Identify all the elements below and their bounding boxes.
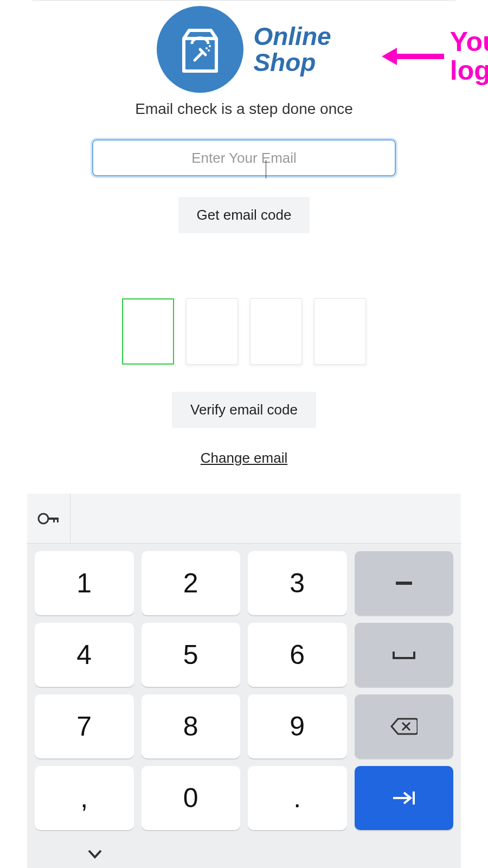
annotation-line2: logo bbox=[450, 56, 488, 85]
tab-arrow-icon bbox=[392, 790, 416, 806]
keypad-3[interactable]: 3 bbox=[248, 551, 347, 615]
change-email-link[interactable]: Change email bbox=[27, 450, 461, 467]
annotation-line1: Your bbox=[450, 28, 488, 56]
keypad-2[interactable]: 2 bbox=[142, 551, 241, 615]
keypad-dash[interactable] bbox=[355, 551, 454, 615]
keypad-4[interactable]: 4 bbox=[35, 623, 134, 687]
svg-rect-9 bbox=[396, 582, 412, 585]
svg-marker-4 bbox=[382, 48, 397, 65]
keypad-0[interactable]: 0 bbox=[142, 766, 241, 830]
code-digit-1[interactable] bbox=[122, 298, 174, 365]
code-digit-3[interactable] bbox=[250, 298, 302, 365]
logo-area: Online Shop Your logo bbox=[27, 6, 461, 93]
keypad-6[interactable]: 6 bbox=[248, 623, 347, 687]
numeric-keyboard: 1 2 3 4 5 6 7 8 9 bbox=[27, 494, 461, 868]
logo-text-line1: Online bbox=[253, 23, 331, 49]
keypad-8[interactable]: 8 bbox=[142, 694, 241, 758]
svg-rect-7 bbox=[53, 518, 55, 522]
annotation: Your logo bbox=[382, 28, 488, 85]
keypad-9[interactable]: 9 bbox=[248, 694, 347, 758]
keypad-1[interactable]: 1 bbox=[35, 551, 134, 615]
svg-rect-8 bbox=[57, 518, 59, 522]
keypad-next[interactable] bbox=[355, 766, 454, 830]
keypad-space[interactable] bbox=[355, 623, 454, 687]
svg-point-0 bbox=[206, 47, 208, 49]
top-divider bbox=[33, 0, 455, 1]
code-digit-2[interactable] bbox=[186, 298, 238, 365]
dash-icon bbox=[396, 582, 412, 585]
code-digit-4[interactable] bbox=[314, 298, 366, 365]
svg-point-5 bbox=[38, 514, 48, 524]
keypad-period[interactable]: . bbox=[248, 766, 347, 830]
password-key-button[interactable] bbox=[27, 494, 70, 543]
keypad-comma[interactable]: , bbox=[35, 766, 134, 830]
code-input-row bbox=[27, 298, 461, 365]
shopping-bag-icon bbox=[173, 22, 227, 76]
arrow-icon bbox=[382, 40, 447, 73]
svg-point-2 bbox=[208, 49, 210, 52]
keypad-5[interactable]: 5 bbox=[142, 623, 241, 687]
logo-icon bbox=[157, 6, 243, 93]
backspace-icon bbox=[390, 717, 418, 736]
keyboard-toolbar bbox=[27, 494, 461, 544]
verify-email-code-button[interactable]: Verify email code bbox=[172, 392, 316, 428]
keypad-backspace[interactable] bbox=[355, 694, 454, 758]
subtitle-text: Email check is a step done once bbox=[27, 100, 461, 118]
logo-text-line2: Shop bbox=[253, 49, 331, 75]
email-input[interactable] bbox=[92, 139, 396, 176]
keypad-7[interactable]: 7 bbox=[35, 694, 134, 758]
logo-text: Online Shop bbox=[253, 23, 331, 76]
space-icon bbox=[391, 649, 416, 660]
text-cursor bbox=[266, 160, 266, 178]
chevron-down-icon[interactable] bbox=[87, 848, 103, 859]
key-icon bbox=[37, 510, 61, 527]
get-email-code-button[interactable]: Get email code bbox=[178, 197, 310, 233]
svg-point-1 bbox=[209, 45, 211, 47]
